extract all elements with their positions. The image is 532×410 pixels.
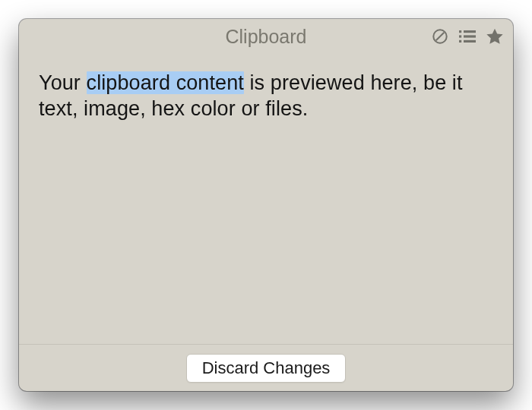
clipboard-window: Clipboard	[19, 19, 513, 391]
preview-text-before: Your	[39, 71, 87, 94]
svg-rect-4	[459, 35, 461, 37]
svg-rect-5	[464, 35, 476, 37]
clear-button[interactable]	[429, 26, 451, 47]
svg-rect-6	[459, 40, 461, 43]
svg-rect-7	[464, 40, 476, 43]
list-icon	[458, 28, 477, 45]
titlebar: Clipboard	[19, 19, 513, 54]
svg-rect-2	[459, 30, 461, 33]
clear-icon	[432, 28, 448, 45]
list-button[interactable]	[457, 26, 478, 47]
star-icon	[485, 27, 505, 46]
footer: Discard Changes	[19, 344, 513, 391]
preview-text-selected: clipboard content	[87, 71, 244, 94]
titlebar-actions	[429, 19, 505, 54]
svg-rect-3	[464, 30, 476, 33]
svg-line-1	[436, 33, 445, 41]
clipboard-preview[interactable]: Your clipboard content is previewed here…	[19, 54, 513, 344]
discard-changes-button[interactable]: Discard Changes	[186, 354, 347, 383]
star-button[interactable]	[484, 26, 505, 47]
